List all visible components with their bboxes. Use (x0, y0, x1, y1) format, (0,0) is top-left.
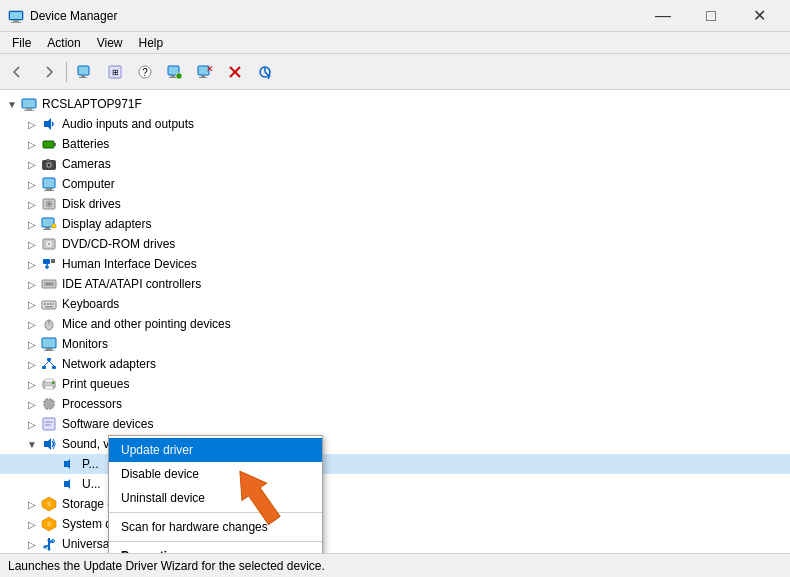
tree-item-processors[interactable]: ▷ Processors (0, 394, 790, 414)
cameras-label: Cameras (62, 157, 111, 171)
sound-child2-icon (60, 476, 78, 492)
title-bar: Device Manager — □ ✕ (0, 0, 790, 32)
menu-bar: File Action View Help (0, 32, 790, 54)
disk-icon (40, 196, 58, 212)
svg-rect-12 (171, 75, 175, 77)
expand-icon: ▷ (24, 356, 40, 372)
tree-item-disk[interactable]: ▷ Disk drives (0, 194, 790, 214)
menu-view[interactable]: View (89, 34, 131, 52)
tree-item-dvd[interactable]: ▷ DVD/CD-ROM drives (0, 234, 790, 254)
context-disable-device[interactable]: Disable device (109, 462, 322, 486)
menu-action[interactable]: Action (39, 34, 88, 52)
context-uninstall-device[interactable]: Uninstall device (109, 486, 322, 510)
context-scan-hardware[interactable]: Scan for hardware changes (109, 515, 322, 539)
svg-rect-61 (44, 350, 54, 351)
context-update-driver[interactable]: Update driver (109, 438, 322, 462)
tree-item-audio[interactable]: ▷ Audio inputs and outputs (0, 114, 790, 134)
svg-marker-25 (44, 118, 51, 130)
context-sep-1 (109, 512, 322, 513)
tree-item-hid[interactable]: ▷ Human Interface Devices (0, 254, 790, 274)
toolbar-help[interactable]: ? (131, 58, 159, 86)
tree-item-mice[interactable]: ▷ Mice and other pointing devices (0, 314, 790, 334)
main-area: PC ▼ RCSLAPTOP971F ▷ Au (0, 90, 790, 553)
expand-icon: ▷ (24, 216, 40, 232)
expand-icon: ▷ (24, 296, 40, 312)
display-label: Display adapters (62, 217, 151, 231)
svg-marker-84 (44, 438, 51, 450)
toolbar-update[interactable]: ⊞ (101, 58, 129, 86)
svg-rect-49 (46, 283, 52, 285)
svg-rect-3 (10, 12, 22, 19)
svg-rect-27 (54, 143, 56, 146)
tree-item-keyboards[interactable]: ▷ Keyboards (0, 294, 790, 314)
toolbar-properties[interactable] (71, 58, 99, 86)
svg-rect-70 (52, 382, 54, 384)
svg-text:S: S (47, 501, 51, 507)
tree-item-ide[interactable]: ▷ IDE ATA/ATAPI controllers (0, 274, 790, 294)
expand-icon: ▷ (24, 176, 40, 192)
tree-item-computer[interactable]: ▷ Computer (0, 174, 790, 194)
network-icon (40, 356, 58, 372)
title-bar-controls: — □ ✕ (640, 0, 782, 32)
menu-help[interactable]: Help (131, 34, 172, 52)
processors-icon (40, 396, 58, 412)
toolbar-forward[interactable] (34, 58, 62, 86)
context-properties[interactable]: Properties (109, 544, 322, 553)
monitors-label: Monitors (62, 337, 108, 351)
minimize-button[interactable]: — (640, 0, 686, 32)
audio-icon (40, 116, 58, 132)
svg-rect-60 (46, 348, 52, 350)
svg-marker-92 (47, 538, 51, 541)
software-icon (40, 416, 58, 432)
sound-child2-label: U... (82, 477, 101, 491)
tree-item-monitors[interactable]: ▷ Monitors (0, 334, 790, 354)
expand-icon: ▷ (24, 376, 40, 392)
system-icon: S (40, 516, 58, 532)
svg-rect-16 (201, 75, 205, 77)
close-button[interactable]: ✕ (736, 0, 782, 32)
tree-item-print[interactable]: ▷ Print queues (0, 374, 790, 394)
dvd-icon (40, 236, 58, 252)
tree-root[interactable]: ▼ RCSLAPTOP971F (0, 94, 790, 114)
svg-point-30 (48, 164, 51, 167)
expand-icon-root: ▼ (4, 96, 20, 112)
toolbar-print[interactable]: ✕ (191, 58, 219, 86)
toolbar-remove[interactable] (221, 58, 249, 86)
status-text: Launches the Update Driver Wizard for th… (8, 559, 325, 573)
svg-rect-45 (43, 259, 50, 264)
svg-marker-86 (64, 479, 70, 489)
svg-rect-81 (43, 418, 55, 430)
svg-rect-5 (81, 75, 85, 77)
tree-item-network[interactable]: ▷ Network adapters (0, 354, 790, 374)
svg-rect-32 (43, 178, 55, 188)
tree-item-cameras[interactable]: ▷ Cameras (0, 154, 790, 174)
toolbar-display[interactable] (161, 58, 189, 86)
sound-child1-label: P... (82, 457, 98, 471)
expand-icon: ▷ (24, 156, 40, 172)
tree-item-software[interactable]: ▷ Software devices (0, 414, 790, 434)
disk-label: Disk drives (62, 197, 121, 211)
expand-icon: ▷ (24, 116, 40, 132)
expand-icon: ▷ (24, 136, 40, 152)
keyboards-label: Keyboards (62, 297, 119, 311)
svg-rect-23 (26, 108, 32, 110)
tree-item-display[interactable]: ▷ Display adapters (0, 214, 790, 234)
svg-rect-39 (45, 227, 50, 229)
expand-icon: ▷ (24, 256, 40, 272)
tree-item-batteries[interactable]: ▷ Batteries (0, 134, 790, 154)
expand-icon: ▷ (24, 396, 40, 412)
svg-rect-4 (78, 66, 89, 75)
maximize-button[interactable]: □ (688, 0, 734, 32)
display-icon (40, 216, 58, 232)
batteries-icon (40, 136, 58, 152)
expand-icon: ▷ (24, 536, 40, 552)
toolbar-back[interactable] (4, 58, 32, 86)
dvd-label: DVD/CD-ROM drives (62, 237, 175, 251)
toolbar-scan[interactable] (251, 58, 279, 86)
svg-rect-2 (11, 22, 21, 23)
svg-rect-72 (46, 401, 52, 407)
svg-rect-6 (79, 77, 87, 78)
svg-rect-62 (47, 358, 51, 361)
sound-icon (40, 436, 58, 452)
menu-file[interactable]: File (4, 34, 39, 52)
